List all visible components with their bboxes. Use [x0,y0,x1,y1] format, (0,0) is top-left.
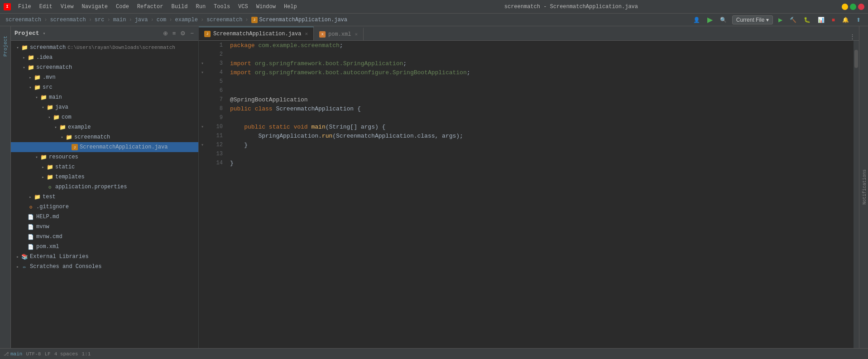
resources-folder-icon: 📁 [40,153,47,161]
code-line-7: @SpringBootApplication [230,95,850,104]
tree-item-example[interactable]: 📁 example [11,122,198,132]
panel-close-button[interactable]: − [189,29,195,38]
tree-item-screenmatch-pkg[interactable]: 📁 screenmatch [11,132,198,142]
ln-9: 9 [210,113,223,122]
close-button[interactable]: ✕ [858,4,864,10]
screenmatch-folder-label: screenmatch [36,64,72,71]
test-label: test [43,194,56,200]
menu-refactor[interactable]: Refactor [134,3,167,11]
menu-view[interactable]: View [57,3,77,11]
resources-arrow [34,154,40,160]
menu-file[interactable]: File [14,3,35,11]
vcs-update-button[interactable]: ▶ [705,14,715,25]
panel-options-button[interactable]: ⚙ [179,29,187,38]
scrollbar-thumb[interactable] [854,50,858,68]
tree-item-helpmd[interactable]: 📄 HELP.md [11,212,198,222]
run-button[interactable]: ▶ [777,16,784,24]
tree-item-idea[interactable]: 📁 .idea [11,53,198,62]
tab-pom-close[interactable]: ✕ [355,31,358,37]
tree-item-src[interactable]: 📁 src [11,82,198,92]
line-ending-item[interactable]: LF [44,351,50,357]
menu-window[interactable]: Window [253,3,279,11]
tree-item-test[interactable]: 📁 test [11,192,198,202]
tree-item-mvnw[interactable]: 📄 mvnw [11,222,198,232]
stop-button[interactable]: ■ [830,16,837,24]
maximize-button[interactable]: □ [850,4,856,10]
breadcrumb-com[interactable]: com [157,17,167,23]
user-button[interactable]: 👤 [691,16,702,24]
menu-edit[interactable]: Edit [36,3,56,11]
menu-build[interactable]: Build [168,3,191,11]
tree-item-templates[interactable]: 📁 templates [11,172,198,182]
breadcrumb-screenmatch3[interactable]: screenmatch [206,17,242,23]
code-content[interactable]: package com.example.screenmatch; import … [226,41,854,348]
tab-pom-label: pom.xml [328,31,351,38]
tab-screenmatch[interactable]: J ScreenmatchApplication.java ✕ [199,27,314,40]
current-file-dropdown[interactable]: Current File ▾ [732,15,773,24]
profile-button[interactable]: 📊 [816,16,826,24]
menu-vcs[interactable]: VCS [235,3,252,11]
notifications-label[interactable]: Notifications [861,166,868,208]
fold-icon-10[interactable]: ▾ [201,124,204,129]
encoding-item[interactable]: UTF-8 [26,351,41,357]
tree-item-app-props[interactable]: ⚙ application.properties [11,182,198,192]
menu-help[interactable]: Help [280,3,301,11]
breadcrumb-screenmatch1[interactable]: screenmatch [5,17,41,23]
fold-icon-4[interactable]: ▾ [201,70,204,75]
tree-item-mvnwcmd[interactable]: 📄 mvnw.cmd [11,232,198,242]
menu-run[interactable]: Run [192,3,209,11]
tree-item-external-libs[interactable]: 📚 External Libraries [11,252,198,262]
tree-item-static[interactable]: 📁 static [11,162,198,172]
tree-item-scratches[interactable]: ✏️ Scratches and Consoles [11,262,198,272]
fold-icon-12[interactable]: ▾ [201,142,204,148]
tab-options-button[interactable]: ⋮ [849,33,855,40]
breadcrumb-java[interactable]: java [135,17,148,23]
static-folder-icon: 📁 [46,163,53,171]
mvnw-label: mvnw [36,224,49,230]
tree-item-resources[interactable]: 📁 resources [11,152,198,162]
tree-root[interactable]: 📁 screenmatch C:\Users\rayan\Downloads\s… [11,43,198,53]
locate-file-button[interactable]: ⊕ [162,29,169,38]
com-arrow [46,114,53,120]
panel-dropdown-icon[interactable]: ▾ [43,31,46,36]
tree-item-mvn[interactable]: 📁 .mvn [11,72,198,82]
breadcrumb-sep2: › [89,17,92,23]
tree-item-pomxml[interactable]: 📄 pom.xml [11,242,198,252]
line-col-item[interactable]: 1:1 [82,351,91,357]
breadcrumb-screenmatch2[interactable]: screenmatch [50,17,86,23]
templates-label: templates [55,174,85,180]
tab-screenmatch-close[interactable]: ✕ [305,31,308,37]
tab-pom[interactable]: X pom.xml ✕ [314,28,364,40]
collapse-all-button[interactable]: ≡ [172,29,177,38]
tree-item-com[interactable]: 📁 com [11,112,198,122]
code-editor[interactable]: ▾ ▾ ▾ ▾ 1 2 3 4 5 6 [199,41,859,348]
breadcrumb-example[interactable]: example [175,17,198,23]
tree-item-main[interactable]: 📁 main [11,92,198,102]
panel-header: Project ▾ ⊕ ≡ ⚙ − [11,26,198,41]
gitignore-label: .gitignore [36,204,69,210]
tree-item-gitignore[interactable]: ⚙ .gitignore [11,202,198,212]
tree-item-screenmatch-app[interactable]: J ScreenmatchApplication.java [11,142,198,152]
debug-button[interactable]: 🐛 [802,16,812,24]
menu-code[interactable]: Code [112,3,133,11]
code-line-6 [230,86,850,95]
menu-tools[interactable]: Tools [210,3,234,11]
minimize-button[interactable]: — [842,4,848,10]
build-button[interactable]: 🔨 [788,16,798,24]
tree-item-screenmatch-folder[interactable]: 📁 screenmatch [11,62,198,72]
project-tab-button[interactable]: Project [1,28,10,64]
search-everywhere-button[interactable]: 🔍 [718,16,729,24]
ext-libs-icon: 📚 [21,253,28,260]
git-branch-item[interactable]: ⎇ main [4,351,22,357]
pomxml-label: pom.xml [36,244,59,250]
notifications-bell[interactable]: 🔔 [840,16,851,24]
editor-scrollbar[interactable] [854,41,859,348]
breadcrumb-main[interactable]: main [113,17,126,23]
indent-item[interactable]: 4 spaces [54,351,78,357]
fold-icon-3[interactable]: ▾ [201,61,204,66]
breadcrumb-src[interactable]: src [95,17,105,23]
breadcrumb-file[interactable]: J ScreenmatchApplication.java [251,17,347,23]
menu-navigate[interactable]: Navigate [78,3,111,11]
tree-item-java[interactable]: 📁 java [11,102,198,112]
ide-update-button[interactable]: ⬆ [854,16,863,24]
